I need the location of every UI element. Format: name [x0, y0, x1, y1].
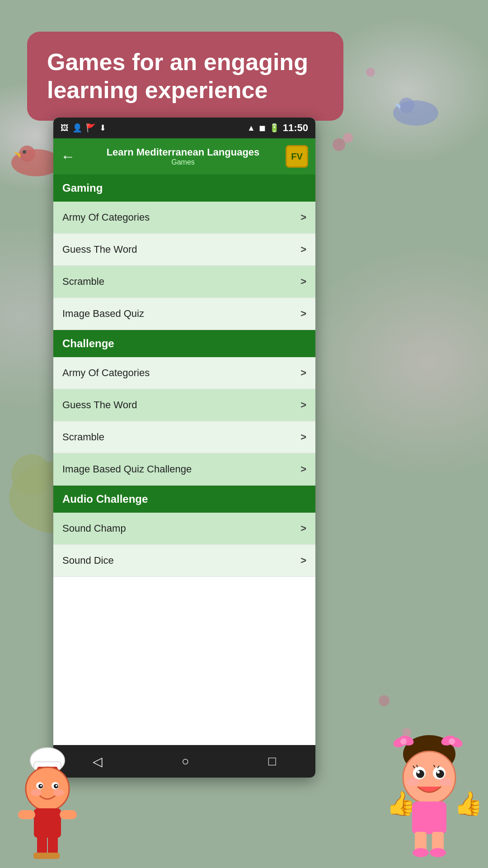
list-item-arrow: > — [300, 399, 306, 411]
list-item-scramble-gaming[interactable]: Scramble > — [53, 266, 315, 298]
header-logo: FV — [286, 145, 308, 168]
svg-point-53 — [417, 771, 420, 774]
list-item-arrow: > — [300, 244, 306, 255]
list-item-image-quiz-gaming[interactable]: Image Based Quiz > — [53, 298, 315, 330]
svg-point-1 — [19, 146, 35, 162]
promo-banner: Games for an engaging learning experienc… — [27, 32, 343, 121]
app-header: ← Learn Mediterranean Languages Games FV — [53, 138, 315, 175]
girl-mascot: 👍 👍 — [380, 728, 479, 854]
back-button[interactable]: ← — [61, 148, 75, 165]
svg-point-3 — [23, 150, 26, 154]
list-item-arrow: > — [300, 555, 306, 566]
status-icons-left: 🖼 👤 🚩 ⬇ — [61, 123, 106, 133]
list-item-arrow: > — [300, 276, 306, 288]
nav-recent-button[interactable]: □ — [259, 750, 285, 772]
svg-point-60 — [439, 778, 452, 786]
svg-point-13 — [343, 133, 353, 143]
svg-point-51 — [416, 770, 424, 778]
svg-point-47 — [400, 738, 407, 745]
list-item-arrow: > — [300, 367, 306, 379]
svg-point-16 — [11, 454, 52, 495]
svg-point-12 — [333, 138, 345, 151]
navigation-bar: ◁ ○ □ — [53, 745, 315, 778]
list-item-guess-word-gaming[interactable]: Guess The Word > — [53, 234, 315, 266]
phone-frame: 🖼 👤 🚩 ⬇ ▲ ◼ 🔋 11:50 ← Learn Mediterranea… — [53, 118, 315, 778]
image-status-icon: 🖼 — [61, 123, 69, 133]
status-icons-right: ▲ ◼ 🔋 11:50 — [247, 122, 308, 134]
chef-mascot-svg: Chefchili — [9, 737, 86, 863]
list-item-arrow: > — [300, 431, 306, 443]
svg-point-54 — [437, 771, 440, 774]
list-item-label: Image Based Quiz Challenge — [62, 463, 192, 475]
svg-point-44 — [449, 738, 455, 745]
list-item-sound-dice[interactable]: Sound Dice > — [53, 545, 315, 577]
list-item-label: Scramble — [62, 431, 104, 443]
list-item-label: Image Based Quiz — [62, 308, 144, 320]
signal-icon: ◼ — [259, 123, 266, 133]
svg-rect-37 — [37, 835, 47, 854]
nav-back-button[interactable]: ◁ — [84, 750, 112, 773]
promo-text: Games for an engaging learning experienc… — [47, 49, 308, 103]
list-item-image-quiz-challenge[interactable]: Image Based Quiz Challenge > — [53, 453, 315, 486]
list-item-label: Scramble — [62, 276, 104, 288]
section-header-gaming: Gaming — [53, 175, 315, 202]
svg-rect-63 — [412, 802, 446, 834]
svg-point-66 — [413, 848, 429, 857]
list-item-guess-word-challenge[interactable]: Guess The Word > — [53, 389, 315, 421]
list-item-label: Sound Dice — [62, 555, 114, 566]
section-header-challenge: Challenge — [53, 330, 315, 357]
list-item-arrow: > — [300, 463, 306, 475]
section-header-audio: Audio Challenge — [53, 486, 315, 513]
nav-home-button[interactable]: ○ — [173, 750, 198, 772]
list-item-label: Army Of Categories — [62, 212, 150, 223]
flag-status-icon: 🚩 — [86, 123, 96, 133]
svg-rect-40 — [44, 853, 60, 859]
list-item-arrow: > — [300, 308, 306, 320]
logo-text: FV — [291, 151, 303, 162]
content-list: Gaming Army Of Categories > Guess The Wo… — [53, 175, 315, 745]
list-item-label: Sound Champ — [62, 523, 126, 534]
svg-rect-34 — [34, 808, 61, 838]
list-item-army-categories-challenge[interactable]: Army Of Categories > — [53, 357, 315, 389]
list-item-arrow: > — [300, 523, 306, 534]
svg-rect-35 — [18, 810, 35, 819]
svg-point-33 — [53, 789, 64, 796]
list-item-label: Guess The Word — [62, 244, 137, 255]
status-bar: 🖼 👤 🚩 ⬇ ▲ ◼ 🔋 11:50 — [53, 118, 315, 138]
status-time: 11:50 — [283, 122, 308, 134]
svg-point-25 — [26, 767, 69, 811]
person-status-icon: 👤 — [72, 123, 82, 133]
svg-point-30 — [40, 785, 42, 787]
svg-point-59 — [407, 778, 419, 786]
girl-mascot-svg: 👍 👍 — [380, 728, 479, 859]
svg-rect-36 — [60, 810, 77, 819]
list-item-label: Guess The Word — [62, 399, 137, 411]
svg-point-67 — [430, 848, 446, 857]
header-title: Learn Mediterranean Languages — [80, 146, 286, 158]
list-item-label: Army Of Categories — [62, 367, 150, 379]
svg-rect-38 — [48, 835, 58, 854]
svg-point-18 — [379, 695, 389, 706]
svg-point-31 — [56, 785, 57, 787]
list-item-army-categories-gaming[interactable]: Army Of Categories > — [53, 202, 315, 234]
download-status-icon: ⬇ — [99, 123, 106, 133]
svg-point-52 — [436, 770, 444, 778]
header-title-area: Learn Mediterranean Languages Games — [80, 146, 286, 166]
svg-point-32 — [31, 789, 42, 796]
list-item-scramble-challenge[interactable]: Scramble > — [53, 421, 315, 453]
chef-mascot: Chefchili — [9, 737, 86, 854]
list-item-arrow: > — [300, 212, 306, 223]
svg-text:👍: 👍 — [386, 789, 416, 817]
svg-point-5 — [399, 98, 414, 113]
svg-point-14 — [366, 68, 375, 77]
battery-icon: 🔋 — [269, 123, 279, 133]
header-subtitle: Games — [80, 158, 286, 166]
wifi-icon: ▲ — [247, 123, 255, 133]
svg-text:👍: 👍 — [454, 789, 479, 817]
list-item-sound-champ[interactable]: Sound Champ > — [53, 513, 315, 545]
